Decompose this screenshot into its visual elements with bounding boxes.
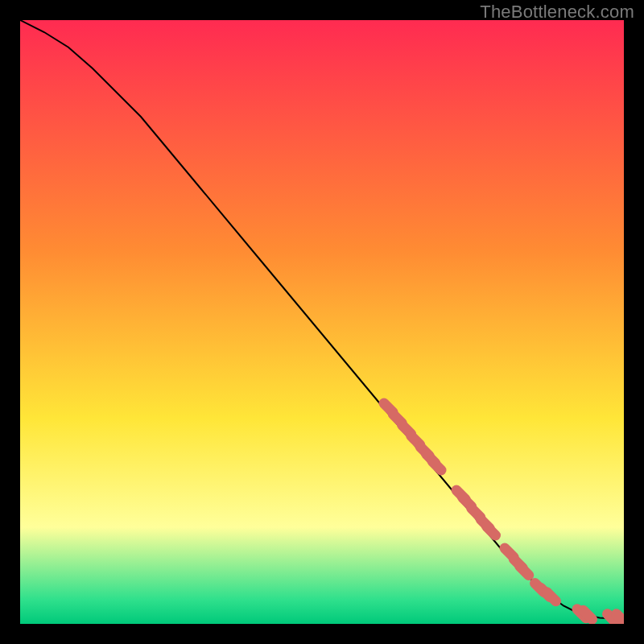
sample-marker	[617, 614, 624, 623]
plot-area	[20, 20, 624, 624]
sample-marker	[547, 592, 556, 601]
sample-marker	[584, 610, 592, 619]
sample-marker	[432, 461, 441, 470]
plot-svg	[20, 20, 624, 624]
chart-stage: TheBottleneck.com	[0, 0, 644, 644]
sample-marker	[520, 567, 529, 576]
gradient-background	[20, 20, 624, 624]
watermark-label: TheBottleneck.com	[480, 2, 634, 23]
sample-marker	[487, 526, 496, 535]
